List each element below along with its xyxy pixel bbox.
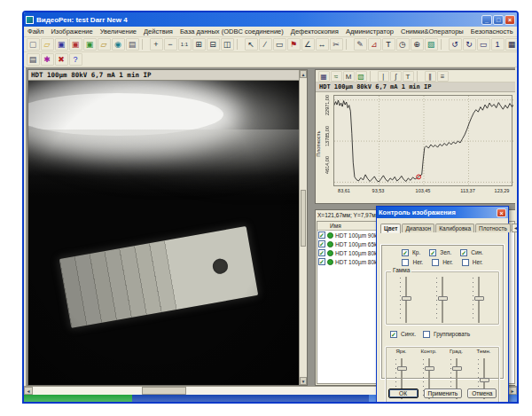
zoom-actual-icon[interactable]: 1:1 (178, 38, 192, 51)
pointer-icon[interactable]: ↖ (245, 38, 258, 51)
menu-item-5[interactable]: Дефектоскопия (287, 27, 342, 35)
grid-large-icon[interactable]: ▦ (505, 38, 519, 51)
slider-thumb[interactable] (474, 296, 484, 301)
checkbox[interactable] (402, 259, 409, 266)
menu-item-2[interactable]: Увеличение (97, 27, 140, 35)
image-vertical-scrollbar[interactable]: ▲ ▼ (299, 70, 307, 385)
checkbox[interactable]: ✓ (460, 249, 467, 256)
minimize-button[interactable]: _ (481, 15, 492, 25)
checkbox-item-нег[interactable]: Нег. (432, 259, 453, 266)
menu-item-4[interactable]: База данных (ODBC соединение) (176, 27, 287, 35)
rotate-right-icon[interactable]: ↻ (463, 38, 476, 51)
measure-angle-icon[interactable]: ∠ (301, 38, 315, 51)
open-db-icon[interactable]: ▱ (98, 38, 111, 51)
menu-item-0[interactable]: Файл (24, 27, 47, 35)
checkbox[interactable]: ✓ (402, 249, 409, 256)
maximize-button[interactable]: □ (493, 15, 504, 25)
slider-thumb[interactable] (452, 366, 462, 371)
globe-icon[interactable]: ◉ (112, 38, 125, 51)
cursor-line-icon[interactable]: ∥ (425, 71, 436, 82)
tab-калибровка[interactable]: Калибровка (435, 224, 474, 232)
pencil-icon[interactable]: ✎ (354, 38, 367, 51)
horizontal-scroll-thumb[interactable] (142, 387, 186, 395)
close-button[interactable]: × (505, 15, 515, 25)
tools-icon[interactable]: ✱ (41, 53, 54, 66)
menu-item-7[interactable]: Снимки&Операторы (397, 27, 467, 35)
checkbox-item-нег[interactable]: Нег. (462, 259, 483, 266)
text-tool-icon[interactable]: T (382, 38, 395, 51)
slider-thumb[interactable] (402, 296, 411, 301)
checkbox[interactable]: ✓ (390, 331, 397, 338)
new-file-icon[interactable]: ▢ (27, 38, 40, 51)
marker-m-icon[interactable]: М (343, 71, 355, 82)
help-icon[interactable]: ? (69, 53, 82, 66)
split-vertical-icon[interactable]: ◫ (221, 38, 234, 51)
open-file-icon[interactable]: ▱ (41, 38, 54, 51)
cut-icon[interactable]: ✂ (330, 38, 343, 51)
slider-thumb[interactable] (397, 366, 407, 371)
tab-плотность[interactable]: Плотность (475, 224, 511, 232)
checkbox[interactable] (423, 331, 430, 338)
save-green-icon[interactable]: ▣ (83, 38, 97, 51)
data-table-icon[interactable]: ▦ (318, 71, 330, 82)
checkbox-item-кр[interactable]: ✓Кр. (402, 249, 420, 256)
menu-item-6[interactable]: Администратор (342, 27, 397, 35)
checkbox[interactable] (432, 259, 439, 266)
crosshair-icon[interactable]: ⊕ (411, 38, 424, 51)
single-view-icon[interactable]: 1 (491, 38, 505, 51)
checkbox[interactable]: ✓ (318, 249, 325, 256)
checkbox[interactable]: ✓ (318, 258, 325, 265)
checkbox[interactable]: ✓ (429, 249, 436, 256)
menu-item-8[interactable]: Безопасность (467, 27, 517, 35)
measure-line-icon[interactable]: ∕ (259, 38, 272, 51)
checkbox-item-зел[interactable]: ✓Зел. (429, 249, 451, 256)
checkbox[interactable] (462, 259, 469, 266)
levels-icon[interactable]: ≡ (437, 71, 449, 82)
slider-thumb[interactable] (438, 296, 448, 301)
minimize-view-icon[interactable]: ▭ (477, 38, 490, 51)
zoom-out-icon[interactable]: − (164, 38, 177, 51)
slider-gamma[interactable] (434, 275, 451, 325)
print-icon[interactable]: ▤ (126, 38, 139, 51)
vertical-marker-icon[interactable]: ∣ (378, 71, 389, 82)
report-icon[interactable]: ▤ (27, 53, 40, 66)
checkbox-item-син[interactable]: ✓Син. (460, 249, 483, 256)
scroll-right-icon[interactable]: ► (508, 387, 517, 395)
plot-area[interactable] (333, 95, 512, 186)
checkbox-item-нег[interactable]: Нег. (402, 259, 423, 266)
integral-icon[interactable]: ∫ (390, 71, 402, 82)
menu-item-9[interactable]: Помощь (517, 27, 519, 35)
fit-window-icon[interactable]: ⊞ (192, 38, 206, 51)
menu-item-1[interactable]: Изображение (47, 27, 96, 35)
vertical-scroll-thumb[interactable] (301, 190, 306, 247)
angle-tool-icon[interactable]: ⊿ (368, 38, 381, 51)
zoom-in-icon[interactable]: + (150, 38, 163, 51)
scroll-up-icon[interactable]: ▲ (300, 70, 307, 78)
clock-tool-icon[interactable]: ◷ (396, 38, 410, 51)
checkbox-item-синх[interactable]: ✓Синх. (390, 331, 416, 338)
measure-ruler-icon[interactable]: ▭ (273, 38, 286, 51)
delete-icon[interactable]: ✖ (55, 53, 68, 66)
rotate-left-icon[interactable]: ↺ (449, 38, 462, 51)
checkbox[interactable]: ✓ (318, 232, 325, 239)
scroll-left-icon[interactable]: ◄ (24, 387, 33, 395)
scroll-down-icon[interactable]: ▼ (300, 377, 307, 385)
tab-prev-icon[interactable]: ◄ (512, 224, 519, 232)
save-red-icon[interactable]: ▣ (69, 38, 82, 51)
menu-item-3[interactable]: Действия (140, 27, 176, 35)
title-bar[interactable]: ВидеоРен: test Darr New 4 _ □ × (24, 12, 517, 27)
dialog-close-button[interactable]: × (497, 208, 506, 217)
pan-icon[interactable]: ↔ (316, 38, 329, 51)
cancel-button[interactable]: Отмена (467, 389, 497, 398)
checkbox[interactable]: ✓ (318, 240, 325, 247)
apply-button[interactable]: Применить (424, 389, 463, 398)
split-horizontal-icon[interactable]: ⊟ (207, 38, 220, 51)
tab-цвет[interactable]: Цвет (380, 224, 401, 233)
slider-gamma[interactable] (397, 275, 415, 325)
checkbox-item-группировать[interactable]: Группировать (423, 331, 470, 338)
slider-thumb[interactable] (425, 366, 434, 371)
ok-button[interactable]: ОК (388, 389, 419, 398)
histogram-icon[interactable]: ▧ (425, 38, 438, 51)
tab-диапазон[interactable]: Диапазон (402, 224, 434, 232)
profile-curve-icon[interactable]: ≈ (331, 71, 342, 82)
